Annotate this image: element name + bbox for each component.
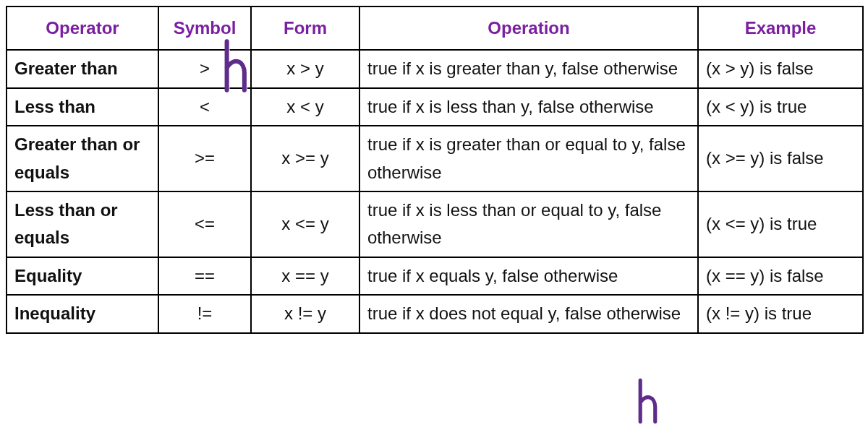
cell-operator: Greater than [7,50,158,87]
cell-operation: true if x is less than or equal to y, fa… [359,191,698,257]
cell-operator: Less than or equals [7,191,158,257]
cell-operator: Inequality [7,295,158,332]
cell-operation: true if x is greater than y, false other… [359,50,698,87]
table-row: Equality == x == y true if x equals y, f… [7,257,863,295]
cell-form: x <= y [251,191,359,257]
cell-operation: true if x is less than y, false otherwis… [359,88,698,126]
cell-example: (x < y) is true [698,88,863,126]
table-row: Greater than or equals >= x >= y true if… [7,126,863,191]
cell-symbol: >= [158,126,251,191]
cell-example: (x <= y) is true [698,191,863,257]
cell-form: x > y [251,50,359,87]
table-row: Greater than > x > y true if x is greate… [7,50,863,87]
cell-operator: Greater than or equals [7,126,158,191]
cell-symbol: <= [158,191,251,257]
cell-example: (x != y) is true [698,295,863,332]
cell-form: x < y [251,88,359,126]
col-header-symbol: Symbol [158,7,251,50]
cell-form: x >= y [251,126,359,191]
col-header-example: Example [698,7,863,50]
table-row: Inequality != x != y true if x does not … [7,295,863,332]
cell-symbol: < [158,88,251,126]
col-header-operation: Operation [359,7,698,50]
cell-operation: true if x does not equal y, false otherw… [359,295,698,332]
cell-form: x == y [251,257,359,295]
cell-example: (x > y) is false [698,50,863,87]
col-header-operator: Operator [7,7,158,50]
cell-example: (x == y) is false [698,257,863,295]
cell-operation: true if x is greater than or equal to y,… [359,126,698,191]
cell-operator: Equality [7,257,158,295]
table-row: Less than or equals <= x <= y true if x … [7,191,863,257]
col-header-form: Form [251,7,359,50]
cell-symbol: == [158,257,251,295]
cell-symbol: > [158,50,251,87]
cell-operator: Less than [7,88,158,126]
cell-symbol: != [158,295,251,332]
table-header-row: Operator Symbol Form Operation Example [7,7,863,50]
operators-table: Operator Symbol Form Operation Example G… [6,6,864,334]
cell-operation: true if x equals y, false otherwise [359,257,698,295]
table-row: Less than < x < y true if x is less than… [7,88,863,126]
cell-form: x != y [251,295,359,332]
cell-example: (x >= y) is false [698,126,863,191]
